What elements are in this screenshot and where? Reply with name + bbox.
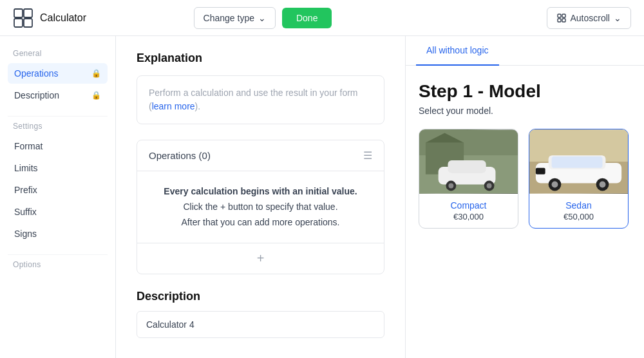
sidebar-item-signs[interactable]: Signs [8, 223, 108, 244]
compact-car-svg [419, 129, 518, 194]
calculator-icon [13, 8, 33, 28]
svg-rect-5 [562, 14, 565, 17]
sidebar-item-prefix[interactable]: Prefix [8, 180, 108, 200]
sedan-car-svg [529, 129, 628, 194]
autoscroll-icon [556, 13, 567, 23]
operations-card-title: Operations (0) [149, 150, 211, 161]
operations-line1: Every calculation begins with an initial… [164, 186, 357, 196]
sidebar-item-limits-label: Limits [14, 163, 38, 173]
operations-line2: Click the + button to specify that value… [149, 200, 372, 215]
car-card-sedan[interactable]: Sedan €50,000 [529, 129, 629, 229]
svg-rect-3 [24, 19, 32, 27]
tab-all-without-logic[interactable]: All without logic [416, 36, 499, 66]
chevron-down-icon: ⌄ [258, 13, 266, 23]
sidebar-divider-1 [8, 116, 108, 117]
car-card-compact[interactable]: Compact €30,000 [419, 129, 518, 229]
explanation-box: Perform a calculation and use the result… [137, 75, 384, 124]
sidebar-item-description[interactable]: Description 🔒 [8, 85, 108, 106]
right-panel-content: Step 1 - Model Select your model. [406, 66, 644, 244]
autoscroll-label: Autoscroll [571, 13, 610, 23]
operations-card-header: Operations (0) ☰ [137, 140, 384, 171]
operations-card: Operations (0) ☰ Every calculation begin… [137, 140, 384, 274]
sedan-car-info: Sedan €50,000 [529, 194, 628, 228]
description-section-title: Description [137, 290, 384, 303]
svg-rect-4 [558, 14, 561, 17]
compact-car-price: €30,000 [427, 212, 510, 221]
header-right-actions: Autoscroll ⌄ [547, 7, 631, 29]
right-panel: All without logic Step 1 - Model Select … [406, 36, 644, 358]
svg-rect-0 [14, 9, 23, 17]
sidebar-item-suffix-label: Suffix [14, 207, 37, 217]
svg-point-27 [600, 182, 606, 188]
sidebar-divider-2 [8, 254, 108, 255]
change-type-label: Change type [204, 13, 254, 23]
done-button[interactable]: Done [282, 8, 332, 28]
app-name: Calculator [40, 12, 86, 24]
step-subtitle: Select your model. [419, 106, 631, 116]
svg-rect-2 [14, 19, 23, 27]
sidebar-item-prefix-label: Prefix [14, 185, 37, 195]
sidebar-section-settings: Settings [8, 122, 108, 131]
sidebar-item-operations[interactable]: Operations 🔒 [8, 63, 108, 84]
add-operation-button[interactable]: + [137, 243, 384, 274]
sidebar-item-format-label: Format [14, 141, 43, 151]
right-tabs: All without logic [406, 36, 644, 66]
header: Calculator Change type ⌄ Done Autoscroll… [0, 0, 644, 36]
autoscroll-button[interactable]: Autoscroll ⌄ [547, 7, 631, 29]
lock-icon-description: 🔒 [91, 91, 101, 100]
main-content: Explanation Perform a calculation and us… [116, 36, 406, 358]
svg-rect-1 [24, 9, 32, 17]
chevron-down-icon: ⌄ [614, 13, 621, 23]
svg-rect-6 [558, 19, 561, 22]
plus-icon: + [257, 251, 265, 266]
sidebar-item-format[interactable]: Format [8, 136, 108, 156]
operations-card-body: Every calculation begins with an initial… [137, 171, 384, 243]
learn-more-link[interactable]: learn more [152, 101, 195, 111]
body: General Operations 🔒 Description 🔒 Setti… [0, 36, 644, 358]
sidebar-item-suffix[interactable]: Suffix [8, 202, 108, 222]
svg-point-25 [552, 182, 558, 188]
operations-line3: After that you can add more operations. [149, 215, 372, 231]
compact-car-name: Compact [427, 200, 510, 211]
car-image-compact [419, 129, 518, 194]
sedan-car-name: Sedan [537, 200, 620, 211]
svg-rect-28 [536, 168, 545, 174]
svg-rect-13 [448, 160, 486, 173]
hamburger-icon: ☰ [363, 149, 372, 162]
explanation-title: Explanation [137, 52, 384, 65]
lock-icon-operations: 🔒 [91, 69, 101, 78]
sidebar: General Operations 🔒 Description 🔒 Setti… [0, 36, 116, 358]
car-image-sedan [529, 129, 628, 194]
svg-point-15 [448, 184, 453, 189]
sidebar-section-options: Options [8, 260, 108, 269]
car-cards-list: Compact €30,000 [419, 129, 631, 229]
compact-car-info: Compact €30,000 [419, 194, 518, 228]
svg-rect-23 [552, 156, 603, 168]
svg-point-17 [487, 184, 492, 189]
sidebar-item-signs-label: Signs [14, 229, 37, 239]
sedan-car-price: €50,000 [537, 212, 620, 221]
sidebar-item-description-label: Description [14, 90, 59, 100]
sidebar-item-operations-label: Operations [14, 68, 58, 79]
description-input[interactable] [137, 311, 384, 338]
explanation-end: ). [195, 101, 201, 111]
header-center-actions: Change type ⌄ Done [194, 7, 332, 29]
step-title: Step 1 - Model [419, 81, 631, 102]
sidebar-item-limits[interactable]: Limits [8, 158, 108, 178]
sidebar-section-general: General [8, 49, 108, 58]
svg-rect-7 [562, 19, 565, 22]
app-logo: Calculator [13, 8, 86, 28]
change-type-button[interactable]: Change type ⌄ [194, 7, 276, 29]
